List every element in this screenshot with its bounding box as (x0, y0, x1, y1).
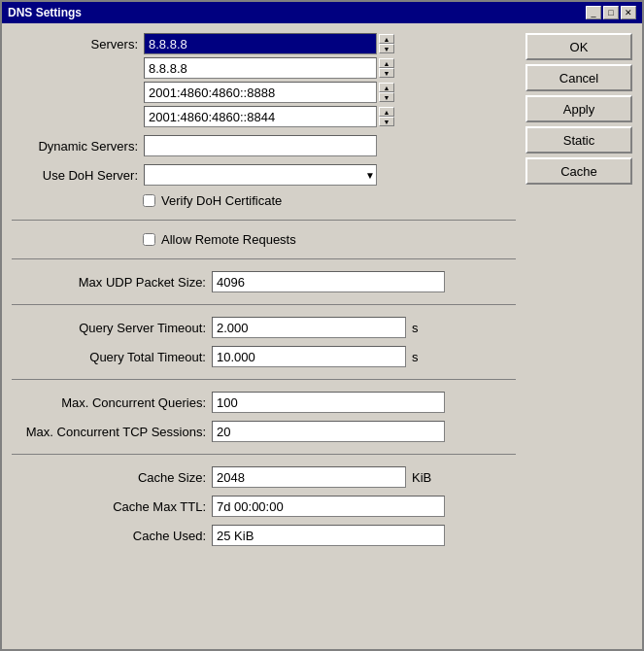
server-down-arrow-1[interactable]: ▼ (379, 44, 394, 53)
maximize-button[interactable]: □ (603, 6, 619, 19)
server-row-3: ▲ ▼ (144, 82, 394, 103)
dynamic-servers-row: Dynamic Servers: (12, 135, 516, 156)
server-input-1[interactable] (144, 33, 377, 54)
server-input-2[interactable] (144, 57, 377, 79)
server-row-1: ▲ ▼ (144, 33, 394, 54)
query-server-timeout-label: Query Server Timeout: (12, 321, 206, 335)
cache-size-row: Cache Size: KiB (12, 466, 516, 488)
server-row-4: ▲ ▼ (144, 106, 394, 127)
cancel-button[interactable]: Cancel (525, 64, 632, 91)
server-spinner-2: ▲ ▼ (379, 58, 394, 78)
cache-size-unit: KiB (412, 470, 431, 485)
verify-doh-label: Verify DoH Certificate (161, 193, 282, 208)
query-total-timeout-label: Query Total Timeout: (12, 350, 206, 364)
doh-server-select[interactable] (144, 164, 377, 186)
cache-max-ttl-label: Cache Max TTL: (12, 499, 206, 514)
window-title: DNS Settings (8, 6, 82, 19)
max-concurrent-queries-row: Max. Concurrent Queries: (12, 392, 516, 413)
max-concurrent-tcp-input[interactable] (212, 421, 445, 442)
close-button[interactable]: ✕ (621, 6, 636, 19)
servers-inputs: ▲ ▼ ▲ ▼ ▲ (144, 33, 394, 127)
server-up-arrow-1[interactable]: ▲ (379, 34, 394, 44)
allow-remote-checkbox[interactable] (143, 233, 155, 246)
minimize-button[interactable]: _ (586, 6, 601, 19)
divider-5 (12, 454, 516, 455)
server-up-arrow-4[interactable]: ▲ (379, 107, 394, 117)
server-down-arrow-3[interactable]: ▼ (379, 92, 394, 102)
query-server-timeout-unit: s (412, 321, 419, 335)
server-spinner-3: ▲ ▼ (379, 83, 394, 102)
query-server-timeout-input[interactable] (212, 317, 406, 338)
server-down-arrow-4[interactable]: ▼ (379, 117, 394, 126)
main-panel: Servers: ▲ ▼ ▲ ▼ (12, 33, 516, 639)
server-input-4[interactable] (144, 106, 377, 127)
max-udp-row: Max UDP Packet Size: (12, 271, 516, 292)
max-concurrent-tcp-row: Max. Concurrent TCP Sessions: (12, 421, 516, 442)
doh-server-row: Use DoH Server: ▼ (12, 164, 516, 186)
divider-1 (12, 220, 516, 221)
divider-2 (12, 258, 516, 259)
allow-remote-label: Allow Remote Requests (161, 232, 296, 247)
cache-used-label: Cache Used: (12, 529, 206, 543)
apply-button[interactable]: Apply (525, 95, 632, 122)
divider-3 (12, 304, 516, 305)
query-total-timeout-unit: s (412, 350, 419, 364)
verify-doh-row: Verify DoH Certificate (143, 193, 516, 208)
query-total-timeout-input[interactable] (212, 346, 406, 367)
dynamic-servers-input[interactable] (144, 135, 377, 156)
doh-dropdown-wrapper: ▼ (144, 164, 377, 186)
static-button[interactable]: Static (525, 126, 632, 154)
cache-max-ttl-row: Cache Max TTL: (12, 496, 516, 517)
servers-label: Servers: (12, 33, 138, 51)
cache-used-input (212, 525, 445, 546)
server-row-2: ▲ ▼ (144, 57, 394, 79)
cache-button[interactable]: Cache (525, 157, 632, 185)
server-up-arrow-3[interactable]: ▲ (379, 83, 394, 92)
content-area: Servers: ▲ ▼ ▲ ▼ (2, 23, 642, 649)
max-udp-input[interactable] (212, 271, 445, 292)
cache-used-row: Cache Used: (12, 525, 516, 546)
query-total-timeout-row: Query Total Timeout: s (12, 346, 516, 367)
side-buttons: OK Cancel Apply Static Cache (525, 33, 632, 639)
title-bar: DNS Settings _ □ ✕ (2, 2, 642, 23)
ok-button[interactable]: OK (525, 33, 632, 60)
max-concurrent-queries-label: Max. Concurrent Queries: (12, 395, 206, 410)
allow-remote-row: Allow Remote Requests (143, 232, 516, 247)
server-spinner-1: ▲ ▼ (379, 34, 394, 53)
server-down-arrow-2[interactable]: ▼ (379, 68, 394, 78)
server-spinner-4: ▲ ▼ (379, 107, 394, 126)
dns-settings-window: DNS Settings _ □ ✕ Servers: ▲ ▼ (0, 0, 644, 651)
max-udp-label: Max UDP Packet Size: (12, 275, 206, 290)
servers-section: Servers: ▲ ▼ ▲ ▼ (12, 33, 516, 127)
verify-doh-checkbox[interactable] (143, 194, 155, 207)
doh-server-label: Use DoH Server: (12, 168, 138, 183)
server-up-arrow-2[interactable]: ▲ (379, 58, 394, 68)
cache-size-label: Cache Size: (12, 470, 206, 485)
max-concurrent-queries-input[interactable] (212, 392, 445, 413)
cache-max-ttl-input[interactable] (212, 496, 445, 517)
max-concurrent-tcp-label: Max. Concurrent TCP Sessions: (12, 425, 206, 439)
server-input-3[interactable] (144, 82, 377, 103)
query-server-timeout-row: Query Server Timeout: s (12, 317, 516, 338)
title-bar-buttons: _ □ ✕ (586, 6, 636, 19)
cache-size-input[interactable] (212, 466, 406, 488)
divider-4 (12, 379, 516, 380)
dynamic-servers-label: Dynamic Servers: (12, 139, 138, 154)
